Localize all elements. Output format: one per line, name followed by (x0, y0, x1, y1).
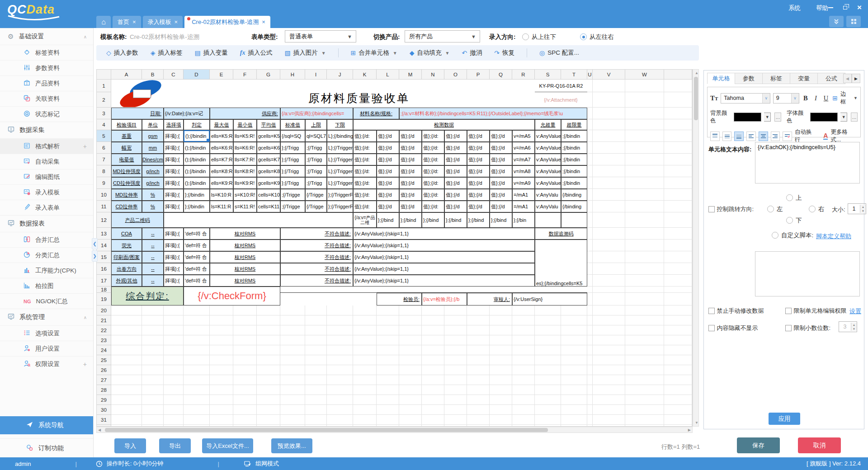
sheet-cell[interactable]: 不符合描述: (280, 275, 353, 287)
tab-home[interactable]: ⌂ (96, 16, 111, 28)
sheet-cell[interactable] (587, 345, 593, 355)
sheet-cell[interactable] (377, 375, 399, 385)
sheet-cell[interactable] (535, 315, 561, 325)
sheet-cell[interactable]: 审核人: (467, 293, 512, 306)
sheet-cell[interactable]: 值};{/d (467, 165, 490, 177)
sheet-cell[interactable]: MD拉伸强度 (111, 165, 142, 177)
sheet-cell[interactable]: L};{/Trigger (327, 142, 353, 154)
sheet-cell[interactable] (625, 108, 664, 119)
sheet-cell[interactable] (535, 325, 561, 335)
sheet-cell[interactable] (593, 177, 625, 189)
sheet-cell[interactable]: lls=K9:R! (233, 177, 257, 189)
sheet-cell[interactable]: 不符合描述: (280, 263, 353, 275)
sheet-cell[interactable] (664, 177, 692, 189)
sheet-cell[interactable] (587, 189, 593, 201)
sheet-cell[interactable] (353, 355, 377, 365)
sheet-cell[interactable] (625, 201, 664, 212)
sheet-cell[interactable]: 值};{/d (399, 165, 422, 177)
underline-button[interactable]: U (822, 94, 830, 102)
sheet-cell[interactable]: v=/mA6 (512, 142, 535, 154)
sheet-cell[interactable]: 数据追溯码 (535, 228, 587, 240)
sheet-cell[interactable] (280, 315, 305, 325)
row-header-10[interactable]: 10 (97, 189, 111, 201)
sheet-cell[interactable] (593, 92, 625, 108)
sheet-cell[interactable] (444, 365, 467, 375)
sheet-cell[interactable]: 平均值 (257, 119, 280, 130)
sheet-cell[interactable]: 值};{/d (467, 142, 490, 154)
sheet-cell[interactable] (512, 345, 535, 355)
sheet-cell[interactable]: 核对RMS (210, 240, 280, 251)
sheet-cell[interactable] (377, 335, 399, 345)
radio-left-right[interactable]: 从左往右 (580, 33, 614, 41)
sheet-cell[interactable] (467, 365, 490, 375)
column-header-J[interactable]: J (327, 70, 353, 80)
sheet-cell[interactable]: mm (142, 142, 164, 154)
sheet-cell[interactable]: {/v:Date};{/a:v=记 (164, 108, 210, 119)
sheet-cell[interactable] (467, 415, 490, 425)
sheet-cell[interactable]: 值};{/d: (422, 130, 444, 142)
sheet-cell[interactable] (587, 165, 593, 177)
sheet-cell[interactable] (664, 154, 692, 165)
form-type-select[interactable]: 普通表单▼ (285, 30, 356, 42)
sheet-cell[interactable] (587, 154, 593, 165)
sidebar-section-3[interactable]: 数据报表 (0, 215, 93, 232)
sheet-cell[interactable] (233, 345, 257, 355)
toolbar-button-fill[interactable]: ◆自动填充▼ (410, 49, 450, 57)
import-button[interactable]: 导入 (114, 438, 146, 453)
sidebar-section-1[interactable]: ⚙基础设置∧ (0, 28, 93, 45)
sheet-cell[interactable] (422, 405, 444, 415)
sheet-cell[interactable] (593, 287, 625, 293)
sidebar-item[interactable]: 关联资料 (0, 91, 93, 106)
sheet-cell[interactable]: 综合判定: (111, 287, 184, 306)
sheet-cell[interactable] (587, 212, 593, 228)
sheet-cell[interactable] (490, 306, 512, 315)
sheet-cell[interactable]: 值};{/d (444, 189, 467, 201)
sheet-cell[interactable] (512, 335, 535, 345)
sheet-cell[interactable]: 值};{/d (444, 201, 467, 212)
sheet-cell[interactable] (587, 80, 593, 92)
sheet-cell[interactable]: 不符合描述: (280, 228, 353, 240)
sheet-cell[interactable]: 基重 (111, 130, 142, 142)
sheet-cell[interactable]: 超限量 (561, 119, 587, 130)
sheet-cell[interactable] (587, 325, 593, 335)
sheet-cell[interactable] (490, 385, 512, 395)
sheet-cell[interactable] (625, 251, 664, 263)
chevron-down-icon[interactable]: ▼ (764, 113, 771, 122)
sheet-cell[interactable] (467, 335, 490, 345)
sheet-cell[interactable] (257, 335, 280, 345)
sheet-cell[interactable]: CD拉伸率 (111, 201, 142, 212)
sheet-cell[interactable] (142, 306, 164, 315)
sheet-cell[interactable]: };{/bind (444, 212, 467, 228)
tab-close-icon[interactable]: × (132, 19, 136, 25)
sheet-cell[interactable]: 出卷方向 (111, 263, 142, 275)
sheet-cell[interactable] (512, 365, 535, 375)
sheet-cell[interactable]: 择项};{ (164, 251, 184, 263)
sheet-cell[interactable] (422, 325, 444, 335)
column-header-F[interactable]: F (233, 70, 257, 80)
sheet-cell[interactable] (664, 415, 692, 425)
sheet-cell[interactable] (561, 385, 587, 395)
sheet-cell[interactable] (467, 405, 490, 415)
sheet-cell[interactable]: 值};{/d (399, 142, 422, 154)
panel-tabs-right-icon[interactable]: ▶ (852, 74, 860, 83)
sheet-cell[interactable]: 值};{/d: (353, 154, 377, 165)
sheet-cell[interactable]: 择项};{ (164, 189, 184, 201)
sheet-cell[interactable]: 'def=符 合 (184, 251, 210, 263)
limit-permission-checkbox[interactable]: 限制单元格编辑权限 (785, 306, 846, 315)
sheet-cell[interactable] (535, 212, 561, 228)
row-header-16[interactable]: 16 (97, 263, 111, 275)
sheet-cell[interactable] (399, 335, 422, 345)
sheet-cell[interactable]: 择项};{ (164, 201, 184, 212)
sheet-cell[interactable] (625, 293, 664, 306)
sheet-cell[interactable] (587, 240, 593, 251)
apply-button[interactable]: 应用 (769, 413, 800, 425)
sheet-cell[interactable] (587, 287, 593, 293)
sheet-cell[interactable] (280, 405, 305, 415)
sheet-cell[interactable]: ells=K5:R (210, 130, 233, 142)
sheet-cell[interactable] (625, 306, 664, 315)
sheet-cell[interactable] (512, 415, 535, 425)
toolbar-button-param[interactable]: ◇插入参数 (106, 49, 138, 57)
sheet-cell[interactable]: {/sql=SQ (280, 130, 305, 142)
sheet-cell[interactable] (111, 385, 142, 395)
sheet-cell[interactable] (210, 306, 233, 315)
